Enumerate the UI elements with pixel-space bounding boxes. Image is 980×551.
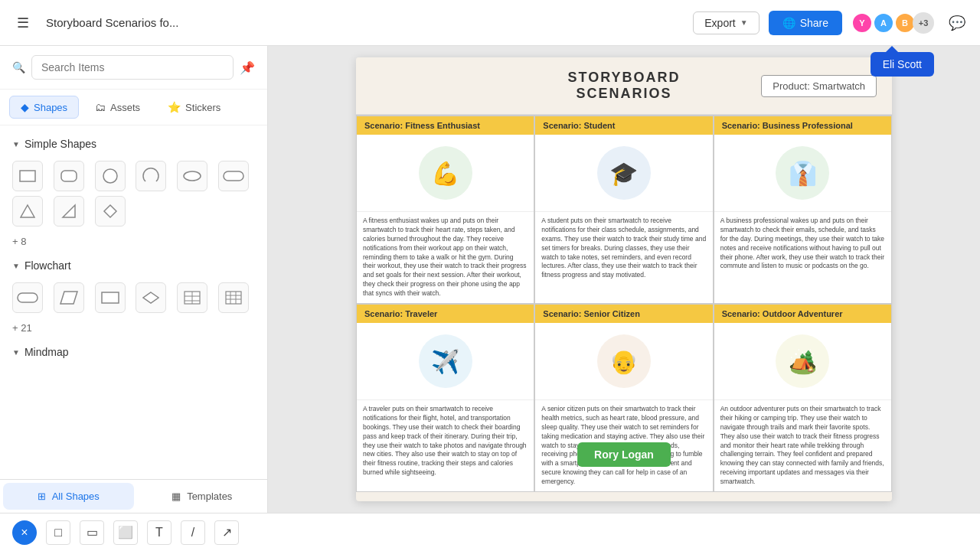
shape-rectangle[interactable]: [12, 161, 43, 191]
toolbar-rect-icon[interactable]: ▭: [80, 520, 104, 545]
person-student-icon: 🎓: [597, 146, 651, 200]
main-layout: 🔍 📌 ◆ Shapes 🗂 Assets ⭐ Stickers ▼ Simpl…: [0, 46, 980, 513]
svg-marker-7: [104, 205, 116, 217]
rory-badge: Rory Logan: [577, 442, 671, 467]
shape-diamond[interactable]: [95, 196, 126, 227]
avatar-2[interactable]: A: [873, 12, 894, 34]
tab-shapes[interactable]: ◆ Shapes: [9, 96, 79, 119]
section-simple-shapes[interactable]: ▼ Simple Shapes: [0, 132, 267, 156]
toolbar-text-icon[interactable]: T: [147, 520, 172, 545]
avatar-1[interactable]: Y: [851, 12, 873, 34]
flowchart-stadium[interactable]: [12, 282, 43, 313]
scenario-text-traveler: A traveler puts on their smartwatch to r…: [357, 399, 534, 482]
stickers-tab-icon: ⭐: [168, 101, 181, 113]
sidebar-bottom-tabs: ⊞ All Shapes ▦ Templates: [0, 479, 267, 513]
chevron-down-icon: ▼: [12, 140, 20, 148]
shape-rounded-rect[interactable]: [54, 161, 84, 191]
chevron-right-icon: ▼: [12, 348, 20, 357]
scenario-text-business: A business professional wakes up and put…: [714, 211, 891, 276]
scenario-card-business: Scenario: Business Professional 👔 A busi…: [714, 116, 892, 304]
templates-tab[interactable]: ▦ Templates: [137, 480, 268, 513]
shapes-tab-icon: ◆: [21, 101, 29, 113]
export-button[interactable]: Export ▼: [693, 11, 759, 34]
scenario-header-student: Scenario: Student: [535, 116, 712, 135]
svg-marker-5: [21, 205, 34, 217]
tab-stickers[interactable]: ⭐ Stickers: [156, 96, 232, 119]
search-icon: 🔍: [12, 61, 25, 73]
shape-oval[interactable]: [177, 161, 207, 191]
chat-icon[interactable]: 💬: [943, 9, 971, 37]
canvas-content: STORYBOARD SCENARIOS Product: Smartwatch…: [356, 57, 892, 501]
globe-icon: 🌐: [782, 17, 795, 29]
scenario-img-outdoor: 🏕️: [714, 323, 891, 399]
flowchart-shapes-grid: [0, 278, 267, 322]
toolbar-arrow-icon[interactable]: ↗: [214, 520, 239, 545]
scenario-img-student: 🎓: [535, 135, 712, 211]
svg-marker-6: [63, 205, 75, 217]
product-badge: Product: Smartwatch: [761, 75, 877, 97]
avatar-overflow-count[interactable]: +3: [913, 12, 934, 34]
svg-rect-16: [226, 292, 241, 304]
svg-rect-4: [224, 171, 243, 181]
eli-tooltip: Eli Scott: [871, 52, 934, 77]
svg-point-2: [103, 169, 117, 183]
chevron-down-icon-2: ▼: [12, 262, 20, 270]
sidebar-content: ▼ Simple Shapes: [0, 126, 267, 479]
all-shapes-tab[interactable]: ⊞ All Shapes: [3, 483, 134, 510]
sidebar-search-area: 🔍 📌: [0, 46, 267, 90]
svg-marker-9: [60, 292, 77, 304]
shape-pill[interactable]: [218, 161, 249, 191]
person-traveler-icon: ✈️: [419, 334, 472, 388]
toolbar-line-icon[interactable]: /: [181, 520, 205, 545]
canvas-header: STORYBOARD SCENARIOS Product: Smartwatch: [356, 57, 892, 115]
toolbar-rounded-icon[interactable]: ⬜: [113, 520, 138, 545]
scenario-header-traveler: Scenario: Traveler: [357, 305, 534, 323]
svg-rect-8: [18, 293, 38, 302]
scenario-text-student: A student puts on their smartwatch to re…: [535, 211, 712, 285]
flowchart-more[interactable]: + 21: [0, 322, 267, 340]
shape-right-triangle[interactable]: [54, 196, 84, 227]
scenario-img-business: 👔: [714, 135, 891, 211]
flowchart-diamond[interactable]: [136, 282, 166, 313]
person-business-icon: 👔: [776, 146, 829, 200]
section-flowchart[interactable]: ▼ Flowchart: [0, 253, 267, 278]
simple-shapes-more[interactable]: + 8: [0, 236, 267, 253]
search-input[interactable]: [31, 55, 234, 80]
tab-assets[interactable]: 🗂 Assets: [83, 96, 152, 119]
menu-icon[interactable]: ☰: [9, 9, 37, 37]
shape-triangle[interactable]: [12, 196, 43, 227]
scenario-header-fitness: Scenario: Fitness Enthusiast: [357, 116, 534, 135]
flowchart-rect[interactable]: [95, 282, 126, 313]
pin-icon[interactable]: 📌: [240, 60, 255, 75]
shape-arc[interactable]: [136, 161, 166, 191]
scenario-card-outdoor: Scenario: Outdoor Adventurer 🏕️ An outdo…: [714, 304, 892, 492]
person-fitness-icon: 💪: [419, 146, 472, 200]
template-icon: ▦: [172, 491, 181, 502]
share-button[interactable]: 🌐 Share: [769, 11, 842, 35]
doc-title: Storyboard Scenarios fo...: [46, 16, 684, 29]
svg-rect-10: [102, 292, 119, 303]
flowchart-parallelogram[interactable]: [54, 282, 84, 313]
scenario-header-senior: Scenario: Senior Citizen: [535, 305, 712, 323]
close-button[interactable]: ×: [12, 520, 37, 545]
flowchart-table[interactable]: [177, 282, 207, 313]
export-dropdown-arrow: ▼: [740, 18, 748, 27]
topbar: ☰ Storyboard Scenarios fo... Export ▼ 🌐 …: [0, 0, 980, 46]
scenario-card-traveler: Scenario: Traveler ✈️ A traveler puts on…: [356, 304, 534, 492]
section-mindmap[interactable]: ▼ Mindmap: [0, 340, 267, 364]
canvas-title: STORYBOARD SCENARIOS: [540, 70, 708, 102]
scenario-img-traveler: ✈️: [357, 323, 534, 399]
svg-point-3: [184, 171, 201, 181]
flowchart-table2[interactable]: [218, 282, 249, 313]
simple-shapes-grid: [0, 156, 267, 236]
shape-circle[interactable]: [95, 161, 126, 191]
person-senior-icon: 👴: [597, 334, 651, 388]
scenario-img-fitness: 💪: [357, 135, 534, 211]
scenario-header-business: Scenario: Business Professional: [714, 116, 891, 135]
toolbar-square-icon[interactable]: □: [46, 520, 70, 545]
grid-icon: ⊞: [38, 491, 46, 502]
assets-tab-icon: 🗂: [95, 101, 106, 113]
scenario-text-outdoor: An outdoor adventurer puts on their smar…: [714, 399, 891, 491]
svg-marker-11: [143, 292, 158, 303]
scenario-card-fitness: Scenario: Fitness Enthusiast 💪 A fitness…: [356, 116, 534, 304]
